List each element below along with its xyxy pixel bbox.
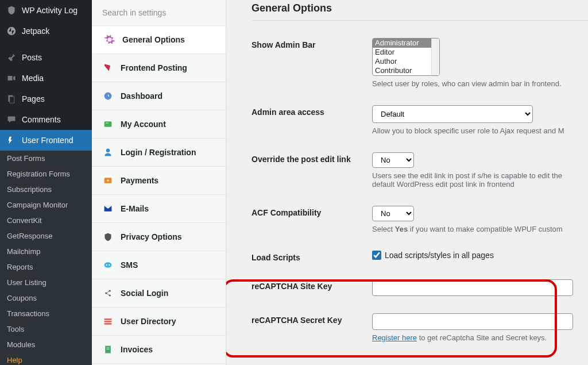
label-acf: ACF Compatibility xyxy=(252,206,372,217)
pages-icon xyxy=(6,93,17,105)
tab-icon xyxy=(102,118,114,130)
settings-tab-e-mails[interactable]: E-Mails xyxy=(92,195,226,223)
admin-access-select[interactable]: Default xyxy=(372,105,533,123)
tab-label: Frontend Posting xyxy=(121,63,187,72)
submenu-user-listing[interactable]: User Listing xyxy=(0,275,92,290)
svg-point-8 xyxy=(106,149,110,152)
load-scripts-checkbox[interactable] xyxy=(372,251,381,260)
settings-tab-invoices[interactable]: Invoices xyxy=(92,336,226,364)
tab-label: Invoices xyxy=(121,345,153,354)
submenu-reports[interactable]: Reports xyxy=(0,259,92,275)
menu-label: WP Activity Log xyxy=(22,6,78,15)
menu-pages[interactable]: Pages xyxy=(0,89,92,109)
checkbox-label: Load scripts/styles in all pages xyxy=(385,251,494,260)
search-settings-input[interactable]: Search in settings xyxy=(92,0,226,26)
tab-icon xyxy=(102,175,114,186)
tab-icon xyxy=(102,316,114,327)
tab-label: Login / Registration xyxy=(121,148,196,157)
recaptcha-site-key-input[interactable] xyxy=(372,279,573,296)
menu-wp-activity-log[interactable]: WP Activity Log xyxy=(0,0,92,21)
tab-label: Payments xyxy=(121,176,158,185)
svg-rect-20 xyxy=(105,323,112,324)
submenu-subscriptions[interactable]: Subscriptions xyxy=(0,182,92,197)
menu-comments[interactable]: Comments xyxy=(0,109,92,130)
settings-tab-login-registration[interactable]: Login / Registration xyxy=(92,139,226,167)
settings-tab-general-options[interactable]: General Options xyxy=(92,26,226,54)
menu-user-frontend[interactable]: User Frontend xyxy=(0,130,92,151)
menu-jetpack[interactable]: Jetpack xyxy=(0,21,92,41)
label-override-edit: Override the post edit link xyxy=(252,152,372,164)
submenu-registration-forms[interactable]: Registration Forms xyxy=(0,166,92,182)
svg-rect-18 xyxy=(105,318,112,320)
page-title: General Options xyxy=(252,0,588,14)
admin-bar-roles-select[interactable]: Administrator Editor Author Contributor xyxy=(372,38,440,76)
tab-icon xyxy=(102,62,114,74)
settings-tab-privacy-options[interactable]: Privacy Options xyxy=(92,223,226,251)
svg-rect-23 xyxy=(107,349,110,349)
svg-point-10 xyxy=(107,179,109,181)
svg-point-14 xyxy=(109,264,110,266)
tab-icon xyxy=(102,147,114,158)
tab-label: My Account xyxy=(121,120,166,129)
acf-select[interactable]: No xyxy=(372,206,414,221)
user-frontend-icon xyxy=(6,135,17,146)
pin-icon xyxy=(6,52,17,63)
settings-tab-payments[interactable]: Payments xyxy=(92,167,226,195)
override-edit-select[interactable]: No xyxy=(372,152,414,168)
help-text: Select Yes if you want to make compatibl… xyxy=(372,225,588,233)
help-text: Allow you to block specific user role to… xyxy=(372,126,588,135)
label-recaptcha-secret: reCAPTCHA Secret Key xyxy=(252,313,372,325)
role-option[interactable]: Author xyxy=(373,57,431,66)
svg-point-12 xyxy=(105,262,112,268)
settings-tab-dashboard[interactable]: Dashboard xyxy=(92,82,226,110)
submenu-convertkit[interactable]: ConvertKit xyxy=(0,213,92,228)
submenu-getresponse[interactable]: GetResponse xyxy=(0,228,92,244)
tab-icon xyxy=(104,34,115,45)
settings-tab-user-directory[interactable]: User Directory xyxy=(92,308,226,336)
role-option[interactable]: Contributor xyxy=(373,66,431,75)
svg-point-13 xyxy=(106,264,107,266)
settings-tab-sms[interactable]: SMS xyxy=(92,251,226,279)
submenu-mailchimp[interactable]: Mailchimp xyxy=(0,244,92,259)
settings-tab-social-login[interactable]: Social Login xyxy=(92,279,226,308)
menu-label: Comments xyxy=(22,115,61,124)
wp-admin-sidebar: WP Activity Log Jetpack Posts Media Page… xyxy=(0,0,92,365)
menu-media[interactable]: Media xyxy=(0,68,92,89)
submenu-coupons[interactable]: Coupons xyxy=(0,290,92,306)
submenu-help[interactable]: Help xyxy=(0,352,92,365)
tab-icon xyxy=(102,287,114,299)
tab-label: Dashboard xyxy=(121,91,163,101)
submenu-campaign-monitor[interactable]: Campaign Monitor xyxy=(0,197,92,213)
settings-tab-frontend-posting[interactable]: Frontend Posting xyxy=(92,54,226,82)
submenu-modules[interactable]: Modules xyxy=(0,337,92,352)
svg-rect-7 xyxy=(106,123,109,124)
register-here-link[interactable]: Register here xyxy=(372,333,417,342)
jetpack-icon xyxy=(6,25,17,37)
submenu-post-forms[interactable]: Post Forms xyxy=(0,151,92,166)
help-text: Register here to get reCaptcha Site and … xyxy=(372,333,588,342)
submenu: Post Forms Registration Forms Subscripti… xyxy=(0,151,92,365)
label-admin-access: Admin area access xyxy=(252,105,372,117)
media-icon xyxy=(6,72,17,84)
tab-label: User Directory xyxy=(121,317,176,326)
menu-posts[interactable]: Posts xyxy=(0,47,92,68)
menu-label: Posts xyxy=(22,53,42,62)
settings-tabs-sidebar: Search in settings General OptionsFronte… xyxy=(92,0,226,365)
role-option[interactable]: Editor xyxy=(373,48,431,57)
svg-rect-22 xyxy=(107,348,110,348)
svg-rect-19 xyxy=(105,321,112,322)
comments-icon xyxy=(6,114,17,125)
tab-icon xyxy=(102,90,114,102)
label-admin-bar: Show Admin Bar xyxy=(252,38,372,49)
settings-tab-my-account[interactable]: My Account xyxy=(92,110,226,139)
menu-label: User Frontend xyxy=(22,136,73,145)
submenu-tools[interactable]: Tools xyxy=(0,321,92,337)
tab-label: General Options xyxy=(122,35,185,44)
tab-icon xyxy=(102,259,114,271)
tab-icon xyxy=(102,203,114,214)
submenu-transactions[interactable]: Transactions xyxy=(0,306,92,321)
recaptcha-secret-key-input[interactable] xyxy=(372,313,573,330)
role-option[interactable]: Administrator xyxy=(373,39,431,48)
scrollbar[interactable] xyxy=(431,39,439,75)
help-text: Users see the edit link in post if s/he … xyxy=(372,171,579,189)
